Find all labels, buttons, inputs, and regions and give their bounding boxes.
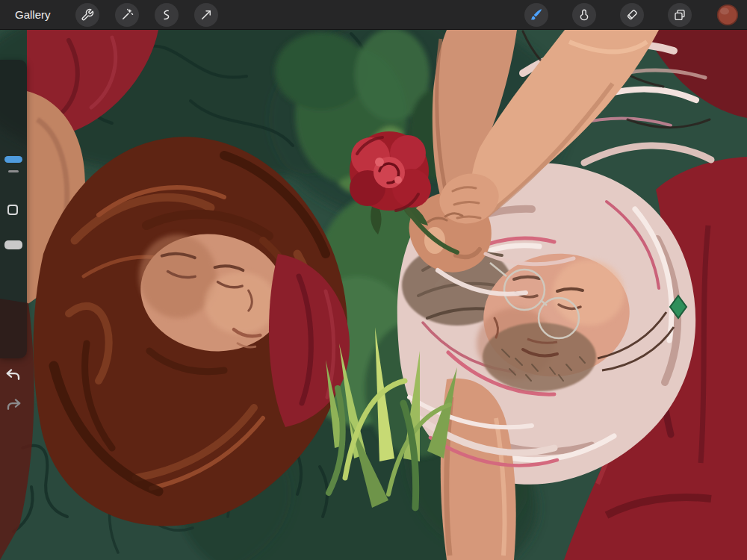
canvas-artwork[interactable] [0,30,747,560]
gallery-button[interactable]: Gallery [15,8,51,21]
smudge-finger-icon [577,8,591,22]
tool-sidebar [0,60,27,358]
undo-button[interactable] [3,365,24,386]
eraser-icon [625,8,639,22]
redo-icon [3,395,24,416]
brush-size-handle[interactable] [4,156,22,163]
toolbar-right-group [524,3,747,27]
modify-button[interactable] [7,205,18,215]
selection-button[interactable] [155,3,179,27]
opacity-handle[interactable] [4,240,22,249]
color-swatch [716,4,739,26]
actions-button[interactable] [75,3,99,27]
toolbar-left-group: Gallery [0,3,218,27]
brush-size-slider[interactable] [0,60,27,194]
redo-button[interactable] [3,395,24,416]
magic-wand-icon [120,8,134,22]
transform-button[interactable] [194,3,218,27]
layers-icon [673,8,686,22]
paintbrush-icon [530,7,544,22]
selection-s-icon [160,8,173,22]
smudge-tool-button[interactable] [572,3,596,27]
adjustments-button[interactable] [115,3,139,27]
transform-arrow-icon [199,8,213,22]
undo-icon [3,365,24,386]
layers-button[interactable] [668,3,692,27]
slider-tick [8,170,19,172]
wrench-icon [81,8,94,22]
color-swatch-button[interactable] [716,3,740,27]
paint-tool-button[interactable] [524,3,548,27]
top-toolbar: Gallery [0,0,747,30]
erase-tool-button[interactable] [620,3,644,27]
